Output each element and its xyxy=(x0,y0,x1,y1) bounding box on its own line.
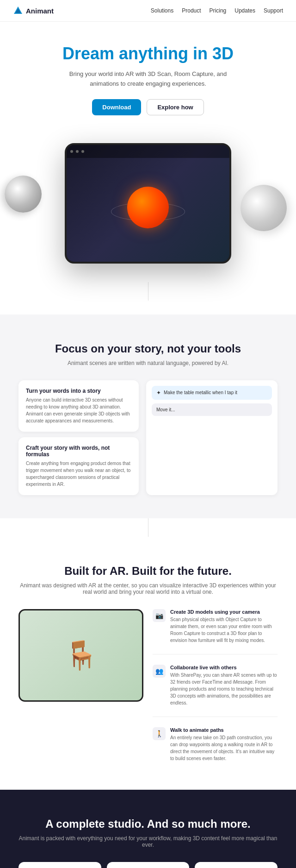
focus-cards: Turn your words into a story Anyone can … xyxy=(18,380,139,495)
nav-logo-text: Animant xyxy=(26,7,54,15)
ar-feature-2-desc: With SharePay, you can share AR scenes w… xyxy=(170,672,278,706)
ar-feature-3: 🚶 Walk to animate paths An entirely new … xyxy=(153,727,278,762)
ar-content: 🪑 📷 Create 3D models using your camera S… xyxy=(18,609,278,762)
hero-section: Dream anything in 3D Bring your world in… xyxy=(0,22,296,125)
tablet-toolbar xyxy=(67,145,229,158)
focus-demo: Turn your words into a story Anyone can … xyxy=(18,380,278,495)
ar-chair-icon: 🪑 xyxy=(64,639,99,672)
ar-feature-3-icon: 🚶 xyxy=(153,727,166,740)
ar-feature-3-title: Walk to animate paths xyxy=(170,727,278,733)
ar-feature-2-icon: 👥 xyxy=(153,665,166,678)
ar-features: 📷 Create 3D models using your camera Sca… xyxy=(153,609,278,762)
nav-links: Solutions Product Pricing Updates Suppor… xyxy=(151,7,283,14)
focus-section: Focus on your story, not your tools Anim… xyxy=(0,314,296,518)
decoration-sphere-right xyxy=(240,185,287,231)
tablet-screen xyxy=(67,145,229,262)
hero-title-start: Dream xyxy=(62,44,119,63)
ar-feature-3-text: Walk to animate paths An entirely new ta… xyxy=(170,727,278,762)
studio-title: A complete studio. And so much more. xyxy=(18,818,278,830)
focus-card-1: Turn your words into a story Anyone can … xyxy=(18,380,139,432)
hero-visual xyxy=(18,138,278,268)
focus-subtitle: Animant scenes are written with natural … xyxy=(18,360,278,366)
download-button[interactable]: Download xyxy=(92,99,141,115)
toolbar-dot xyxy=(81,150,84,153)
ar-tablet-screen: 🪑 xyxy=(20,610,142,700)
ar-feature-2-text: Collaborate live with others With ShareP… xyxy=(170,665,278,706)
focus-card-2-title: Craft your story with words, not formula… xyxy=(26,445,131,458)
focus-card-1-text: Anyone can build interactive 3D scenes w… xyxy=(26,396,131,424)
decoration-sphere-left xyxy=(5,176,42,213)
studio-grid: Object Capture Create a detailed 3D scan… xyxy=(18,862,278,868)
hero-title: Dream anything in 3D xyxy=(18,44,278,63)
ar-feature-2-title: Collaborate live with others xyxy=(170,665,278,670)
ar-section: Built for AR. Built for the future. Anim… xyxy=(0,537,296,790)
studio-card-2: Lights, camera, physics From exterior li… xyxy=(195,862,278,868)
studio-card-1: Unmatched privacy Animant doesn't collec… xyxy=(107,862,190,868)
nav-updates[interactable]: Updates xyxy=(234,7,255,14)
studio-section: A complete studio. And so much more. Ani… xyxy=(0,790,296,868)
chat-bubble-1: ✦ Make the table metallic when I tap it xyxy=(152,386,272,400)
ar-feature-3-desc: An entirely new take on 3D path construc… xyxy=(170,734,278,762)
focus-card-2-text: Create anything from engaging product de… xyxy=(26,460,131,488)
nav-pricing[interactable]: Pricing xyxy=(210,7,227,14)
hero-title-end: in 3D xyxy=(188,44,234,63)
hero-title-highlight: anything xyxy=(119,44,188,63)
focus-card-1-title: Turn your words into a story xyxy=(26,388,131,394)
ar-subtitle: Animant was designed with AR at the cent… xyxy=(18,582,278,595)
studio-card-0: Object Capture Create a detailed 3D scan… xyxy=(18,862,101,868)
explore-button[interactable]: Explore how xyxy=(147,99,204,115)
toolbar-dot xyxy=(76,150,79,153)
chat-text-1: Make the table metallic when I tap it xyxy=(164,390,237,395)
studio-subtitle: Animant is packed with everything you ne… xyxy=(18,835,278,848)
ar-feature-1-text: Create 3D models using your camera Scan … xyxy=(170,609,278,644)
hero-buttons: Download Explore how xyxy=(18,99,278,115)
solar-object xyxy=(127,187,169,228)
focus-card-2: Craft your story with words, not formula… xyxy=(18,437,139,495)
chat-text-2: Move it... xyxy=(156,407,175,412)
focus-title: Focus on your story, not your tools xyxy=(18,342,278,355)
ar-feature-1-icon: 📷 xyxy=(153,609,166,622)
focus-chat: ✦ Make the table metallic when I tap it … xyxy=(146,380,278,495)
ar-tablet-frame: 🪑 xyxy=(18,609,143,702)
ar-feature-2: 👥 Collaborate live with others With Shar… xyxy=(153,665,278,706)
hero-tablet xyxy=(65,143,231,264)
ar-title: Built for AR. Built for the future. xyxy=(18,565,278,578)
animant-logo-icon xyxy=(13,6,23,16)
hero-subtitle: Bring your world into AR with 3D Scan, R… xyxy=(60,69,236,89)
nav-support[interactable]: Support xyxy=(264,7,283,14)
nav-logo[interactable]: Animant xyxy=(13,6,54,16)
chat-bubble-2: Move it... xyxy=(152,403,272,416)
ar-tablet: 🪑 xyxy=(18,609,143,762)
chat-icon: ✦ xyxy=(156,390,161,396)
nav-product[interactable]: Product xyxy=(182,7,201,14)
nav-solutions[interactable]: Solutions xyxy=(151,7,173,14)
toolbar-dot xyxy=(70,150,73,153)
ar-feature-1: 📷 Create 3D models using your camera Sca… xyxy=(153,609,278,644)
ar-feature-1-desc: Scan physical objects with Object Captur… xyxy=(170,616,278,644)
navbar: Animant Solutions Product Pricing Update… xyxy=(0,0,296,22)
ar-feature-1-title: Create 3D models using your camera xyxy=(170,609,278,615)
